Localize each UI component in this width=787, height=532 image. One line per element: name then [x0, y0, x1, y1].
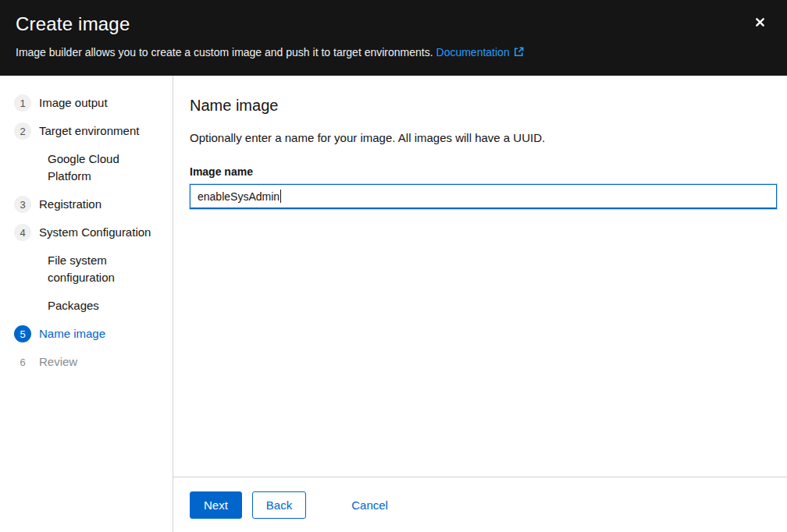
step-registration[interactable]: 3 Registration [14, 196, 163, 213]
step-label: Google Cloud Platform [48, 151, 163, 185]
documentation-link[interactable]: Documentation [436, 46, 524, 59]
step-label: Target environment [39, 122, 139, 140]
step-number: 2 [14, 122, 31, 140]
step-name-image[interactable]: 5 Name image [14, 325, 163, 342]
image-name-input[interactable]: enableSysAdmin [190, 184, 777, 209]
step-system-configuration[interactable]: 4 System Configuration [14, 224, 163, 241]
step-image-output[interactable]: 1 Image output [14, 94, 163, 112]
modal-title: Create image [16, 13, 768, 35]
close-icon [755, 17, 765, 27]
page-title: Name image [190, 97, 777, 115]
wizard-footer: Next Back Cancel [173, 477, 787, 532]
step-label: Name image [39, 325, 105, 342]
step-number: 5 [14, 325, 31, 342]
image-name-form-group: Image name enableSysAdmin [190, 165, 777, 209]
substep-google-cloud-platform[interactable]: Google Cloud Platform [14, 151, 163, 185]
step-number: 4 [14, 224, 31, 241]
page-description: Optionally enter a name for your image. … [190, 129, 777, 147]
step-label: System Configuration [39, 224, 151, 241]
external-link-icon [514, 47, 524, 57]
modal-header: Create image Image builder allows you to… [0, 0, 787, 76]
next-button[interactable]: Next [190, 491, 242, 519]
step-label: Registration [39, 196, 101, 213]
step-label: Image output [39, 94, 108, 112]
close-button[interactable] [753, 16, 767, 29]
step-number: 3 [14, 196, 31, 213]
step-label: Packages [48, 297, 99, 314]
substep-packages[interactable]: Packages [14, 297, 163, 314]
modal-subtitle-text: Image builder allows you to create a cus… [16, 46, 433, 59]
text-cursor [280, 190, 281, 203]
step-label: Review [39, 353, 77, 371]
content-column: Name image Optionally enter a name for y… [173, 76, 787, 532]
back-button[interactable]: Back [252, 491, 306, 519]
step-number: 1 [14, 94, 31, 112]
step-review: 6 Review [14, 353, 163, 371]
modal-body: 1 Image output 2 Target environment Goog… [0, 76, 787, 532]
substep-file-system-configuration[interactable]: File system configuration [14, 252, 163, 286]
modal-subtitle: Image builder allows you to create a cus… [16, 44, 768, 60]
image-name-value: enableSysAdmin [198, 190, 280, 203]
step-target-environment[interactable]: 2 Target environment [14, 122, 163, 140]
cancel-button[interactable]: Cancel [351, 492, 388, 518]
documentation-link-label: Documentation [436, 46, 510, 59]
wizard-nav: 1 Image output 2 Target environment Goog… [0, 76, 173, 532]
step-label: File system configuration [48, 252, 140, 286]
image-name-label: Image name [190, 165, 777, 178]
step-number: 6 [14, 353, 31, 371]
wizard-main-panel: Name image Optionally enter a name for y… [173, 76, 787, 477]
